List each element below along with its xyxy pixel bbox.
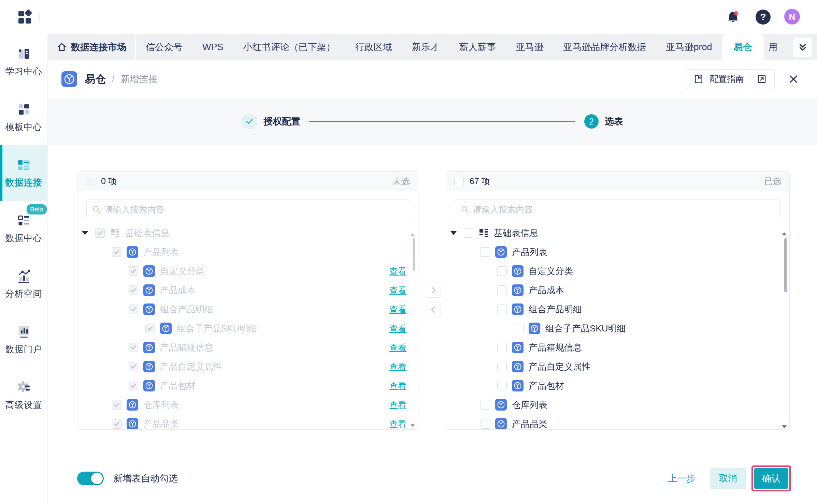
page-title: 新增连接 <box>121 73 158 85</box>
tree-row: 自定义分类 <box>446 262 789 281</box>
scroll-down-arrow[interactable] <box>782 425 787 428</box>
table-icon <box>160 323 172 334</box>
tree-checkbox[interactable] <box>481 247 490 257</box>
config-guide-button-group: 配置指南 <box>686 69 775 89</box>
unselected-panel-header: 0 项 未选 <box>77 172 418 191</box>
tree-row: 产品箱规信息查看 <box>77 338 418 357</box>
tree-checkbox[interactable] <box>497 362 507 371</box>
view-link[interactable]: 查看 <box>389 266 406 277</box>
tree-checkbox[interactable] <box>497 266 507 276</box>
view-link[interactable]: 查看 <box>389 342 406 353</box>
tab-3[interactable]: 行政区域 <box>345 34 402 60</box>
view-link[interactable]: 查看 <box>389 323 406 334</box>
search-input-left[interactable] <box>104 205 403 214</box>
search-input-right[interactable] <box>473 205 775 214</box>
yicang-app-icon <box>61 71 77 87</box>
move-right-button[interactable] <box>426 283 441 298</box>
tree-row: 产品箱规信息 <box>446 338 789 357</box>
step1-label: 授权配置 <box>263 115 300 128</box>
table-icon <box>512 380 524 391</box>
sidebar-item-label: 数据中心 <box>5 232 42 244</box>
tab-2[interactable]: 小红书评论（已下架） <box>233 34 345 60</box>
auto-select-toggle[interactable] <box>77 472 104 485</box>
view-link[interactable]: 查看 <box>389 304 406 315</box>
scroll-up-arrow[interactable] <box>782 232 787 235</box>
table-icon <box>143 284 155 296</box>
tree-node-label: 产品包材 <box>160 380 196 392</box>
view-link[interactable]: 查看 <box>389 361 406 372</box>
guide-book-icon <box>693 74 704 84</box>
open-external-button[interactable] <box>757 74 767 84</box>
tree-checkbox[interactable] <box>481 419 490 429</box>
view-link[interactable]: 查看 <box>389 418 406 430</box>
tree-checkbox[interactable] <box>481 400 490 410</box>
move-left-button[interactable] <box>426 302 441 317</box>
help-button[interactable]: ? <box>756 10 771 25</box>
tab-8[interactable]: 亚马逊prod <box>656 34 722 60</box>
datacenter-icon <box>16 213 31 228</box>
tab-7[interactable]: 亚马逊品牌分析数据 <box>554 34 656 60</box>
selected-panel-header: 67 项 已选 <box>446 172 789 191</box>
beta-badge: Beta <box>27 204 47 214</box>
tab-data-connection-market[interactable]: 数据连接市场 <box>48 34 136 60</box>
tree-row: 产品成本 <box>446 281 789 300</box>
sidebar-item-analysis-space[interactable]: 分析空间 <box>0 256 47 312</box>
previous-step-button[interactable]: 上一步 <box>668 472 696 485</box>
tab-1[interactable]: WPS <box>192 34 233 60</box>
view-link[interactable]: 查看 <box>389 399 406 411</box>
table-icon <box>127 399 138 411</box>
tree-checkbox <box>129 305 138 314</box>
tab-label: 新乐才 <box>412 41 440 53</box>
select-all-checkbox-right[interactable] <box>454 177 464 186</box>
tree-node-label: 组合产品明细 <box>529 303 582 315</box>
scrollbar-thumb[interactable] <box>784 238 787 292</box>
tree-node-label: 自定义分类 <box>160 265 204 277</box>
sidebar-item-data-portal[interactable]: 数据门户 <box>0 312 47 368</box>
sidebar-item-label: 高级设置 <box>5 399 42 411</box>
scrollbar-thumb[interactable] <box>413 238 415 271</box>
tree-checkbox[interactable] <box>497 381 507 390</box>
tree-row: 自定义分类查看 <box>77 262 418 281</box>
view-link[interactable]: 查看 <box>389 285 406 296</box>
sidebar-item-data-center[interactable]: 数据中心Beta <box>0 201 47 256</box>
close-button[interactable] <box>788 73 799 85</box>
app-logo-icon[interactable] <box>18 10 32 24</box>
tree-checkbox[interactable] <box>497 285 507 295</box>
tree-checkbox <box>129 343 138 352</box>
notification-bell-button[interactable] <box>726 10 741 25</box>
tree-row: 产品列表 <box>77 242 418 262</box>
view-link[interactable]: 查看 <box>389 380 406 391</box>
sidebar-item-template-center[interactable]: 模板中心 <box>0 90 47 145</box>
connection-tab-bar: 数据连接市场 信公众号WPS小红书评论（已下架）行政区域新乐才薪人薪事亚马逊亚马… <box>48 34 817 60</box>
sidebar-item-label: 学习中心 <box>5 65 42 77</box>
tree-row: 产品自定义属性 <box>446 357 789 376</box>
tree-caret-icon[interactable] <box>82 231 88 235</box>
scroll-up-arrow[interactable] <box>410 233 415 236</box>
scroll-down-arrow[interactable] <box>410 424 415 427</box>
tab-home-label: 数据连接市场 <box>71 41 126 53</box>
learn-icon <box>16 46 31 61</box>
tree-checkbox[interactable] <box>514 324 524 333</box>
tree-checkbox[interactable] <box>497 305 507 314</box>
tab-5[interactable]: 薪人薪事 <box>449 34 506 60</box>
tab-0[interactable]: 信公众号 <box>136 34 192 60</box>
sidebar-item-label: 模板中心 <box>5 121 42 133</box>
cancel-button[interactable]: 取消 <box>710 468 746 489</box>
tree-checkbox[interactable] <box>497 343 507 352</box>
tab-10[interactable]: 用 <box>764 34 778 60</box>
tree-row: 产品列表 <box>446 242 789 262</box>
sidebar-item-learning-center[interactable]: 学习中心 <box>0 34 47 90</box>
tab-overflow-button[interactable] <box>793 38 812 57</box>
user-avatar[interactable]: N <box>784 9 800 25</box>
table-icon <box>495 246 507 258</box>
tree-checkbox[interactable] <box>464 228 473 238</box>
sidebar-item-data-connection[interactable]: 数据连接 <box>0 145 47 201</box>
tab-9-active[interactable]: 易仓 <box>722 34 764 60</box>
confirm-button[interactable]: 确认 <box>754 468 788 489</box>
config-guide-button[interactable]: 配置指南 <box>710 73 744 85</box>
tree-caret-icon[interactable] <box>450 231 457 235</box>
sidebar-item-advanced-settings[interactable]: 高级设置 <box>0 368 47 423</box>
tab-4[interactable]: 新乐才 <box>402 34 449 60</box>
tree-node-label: 组合子产品SKU明细 <box>177 323 257 335</box>
tab-6[interactable]: 亚马逊 <box>506 34 554 60</box>
